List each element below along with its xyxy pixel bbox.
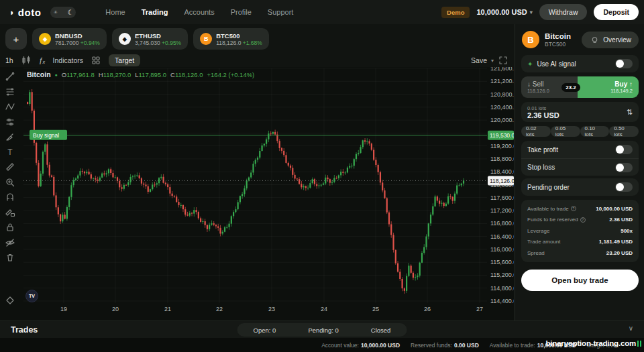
withdraw-button[interactable]: Withdraw xyxy=(539,4,588,20)
trades-tabs: Open: 0 Pending: 0 Closed xyxy=(237,323,407,337)
sun-icon: ☀ xyxy=(53,9,58,15)
asset-symbol: ETHUSD xyxy=(135,32,181,40)
top-nav: ◗ doto ☀ ☾ Home Trading Accounts Profile… xyxy=(0,0,644,24)
tradingview-logo[interactable]: TV xyxy=(25,290,38,302)
fullscreen-icon[interactable] xyxy=(498,55,508,66)
account-balance-dropdown[interactable]: 10,000.00 USD ▾ xyxy=(476,8,532,16)
sell-arrow-icon: ↓ xyxy=(527,80,531,88)
buy-button[interactable]: Buy ↑ 118,149.2 xyxy=(578,76,639,98)
asset-tab-ethusd[interactable]: ◆ ETHUSD 3,745.030 +0.95% xyxy=(112,28,188,50)
fib-lines-icon[interactable] xyxy=(5,86,15,97)
nav-profile[interactable]: Profile xyxy=(231,8,252,16)
ai-sparkle-icon: ✦ xyxy=(527,60,533,68)
info-icon[interactable]: ? xyxy=(580,217,586,223)
remove-all-icon[interactable] xyxy=(5,252,15,263)
object-tree-icon[interactable] xyxy=(5,295,15,306)
drawing-toolbar: T xyxy=(0,71,20,263)
svg-text:20: 20 xyxy=(112,306,119,312)
layout-grid-icon[interactable] xyxy=(91,55,101,66)
svg-text:19: 19 xyxy=(60,306,67,312)
zoom-in-icon[interactable] xyxy=(5,177,15,188)
svg-text:117,600.0: 117,600.0 xyxy=(490,194,514,201)
open-buy-trade-button[interactable]: Open buy trade xyxy=(521,270,639,291)
nav-home[interactable]: Home xyxy=(105,8,125,16)
chart-legend: Bitcoin ● O117,961.8 H118,270.0 L117,895… xyxy=(27,70,254,78)
asset-tabs: + ◆ BNBUSD 781.7000 +0.94% ◆ ETHUSD 3,74… xyxy=(5,28,269,50)
nav-trading[interactable]: Trading xyxy=(142,8,168,16)
svg-text:116,000.0: 116,000.0 xyxy=(490,246,514,253)
trades-title[interactable]: Trades xyxy=(11,325,38,335)
app-logo[interactable]: ◗ doto xyxy=(9,7,41,18)
brush-icon[interactable] xyxy=(5,131,15,142)
moon-icon: ☾ xyxy=(67,9,73,16)
ai-signal-card: ✦ Use AI signal xyxy=(521,55,639,72)
ai-signal-toggle[interactable] xyxy=(615,59,633,68)
legend-symbol[interactable]: Bitcoin xyxy=(27,70,51,78)
tab-closed[interactable]: Closed xyxy=(355,327,407,334)
indicators-button[interactable]: Indicators xyxy=(53,56,84,64)
asset-tab-bnbusd[interactable]: ◆ BNBUSD 781.7000 +0.94% xyxy=(32,28,107,50)
asset-symbol: BTC500 xyxy=(216,32,262,40)
svg-text:26: 26 xyxy=(424,306,431,312)
magnet-icon[interactable] xyxy=(5,192,15,202)
pending-order-card: Pending order xyxy=(521,178,639,196)
swap-units-icon[interactable]: ⇅ xyxy=(627,108,633,117)
save-chevron-icon[interactable]: ▾ xyxy=(491,58,494,64)
forecast-icon[interactable] xyxy=(5,117,15,127)
watermark-logo-icon xyxy=(637,341,642,347)
reserved-funds: Reserved funds:0.00 USD xyxy=(411,342,479,349)
svg-text:115,600.0: 115,600.0 xyxy=(490,259,514,266)
lot-size-input[interactable]: 0.01 lots 2.36 USD ⇅ xyxy=(521,102,639,122)
svg-text:25: 25 xyxy=(372,306,379,312)
svg-text:121,600.0: 121,600.0 xyxy=(490,67,514,72)
svg-text:23: 23 xyxy=(268,306,275,312)
text-tool-icon[interactable]: T xyxy=(5,147,15,158)
collapse-chevron-icon[interactable]: ∨ xyxy=(629,325,633,332)
trend-line-icon[interactable] xyxy=(5,71,15,82)
pending-order-toggle[interactable] xyxy=(615,182,633,192)
xabcd-pattern-icon[interactable] xyxy=(5,101,15,112)
take-profit-toggle[interactable] xyxy=(615,145,633,154)
lock-all-icon[interactable] xyxy=(5,222,15,233)
info-icon[interactable]: ? xyxy=(571,206,576,211)
add-asset-button[interactable]: + xyxy=(5,28,27,50)
stop-loss-toggle[interactable] xyxy=(615,163,633,172)
buy-arrow-icon: ↑ xyxy=(629,80,633,88)
svg-text:119,530.0: 119,530.0 xyxy=(490,132,514,139)
asset-price: 118,126.0 +1.68% xyxy=(216,40,262,46)
candlestick-chart[interactable]: 121,600.0121,200.0120,800.0120,400.0120,… xyxy=(0,67,514,320)
bnb-icon: ◆ xyxy=(39,33,51,45)
tab-open[interactable]: Open: 0 xyxy=(237,327,292,334)
lot-preset-050[interactable]: 0.50 lots xyxy=(609,126,639,137)
asset-tab-btc500[interactable]: B BTC500 118,126.0 +1.68% xyxy=(193,28,269,50)
theme-toggle[interactable]: ☀ ☾ xyxy=(50,7,76,18)
target-button[interactable]: Target xyxy=(109,54,140,66)
hide-all-icon[interactable] xyxy=(5,237,15,248)
nav-support[interactable]: Support xyxy=(268,8,294,16)
overview-button[interactable]: Overview xyxy=(582,32,639,48)
save-button[interactable]: Save xyxy=(471,56,487,64)
drawing-lock-icon[interactable] xyxy=(5,207,15,218)
svg-text:117,200.0: 117,200.0 xyxy=(490,207,514,214)
fx-icon[interactable]: ƒₓ xyxy=(39,56,46,64)
ruler-icon[interactable] xyxy=(5,162,15,172)
svg-text:118,800.0: 118,800.0 xyxy=(490,156,514,162)
timeframe-button[interactable]: 1h xyxy=(5,56,13,64)
balance-value: 10,000.00 USD xyxy=(476,8,527,16)
instrument-name: Bitcoin xyxy=(545,32,571,41)
nav-accounts[interactable]: Accounts xyxy=(184,8,214,16)
svg-text:24: 24 xyxy=(321,306,327,312)
legend-change: +164.2 (+0.14%) xyxy=(207,71,255,78)
lot-preset-005[interactable]: 0.05 lots xyxy=(551,126,580,137)
svg-text:119,200.0: 119,200.0 xyxy=(490,143,514,150)
deposit-button[interactable]: Deposit xyxy=(594,4,639,20)
tab-pending[interactable]: Pending: 0 xyxy=(292,327,354,334)
trades-section: Trades Open: 0 Pending: 0 Closed ∨ xyxy=(0,320,644,338)
svg-text:22: 22 xyxy=(216,306,223,312)
lot-preset-002[interactable]: 0.02 lots xyxy=(521,126,551,137)
pending-order-label: Pending order xyxy=(527,184,570,191)
candle-style-icon[interactable] xyxy=(21,55,32,66)
instrument-code: BTC500 xyxy=(545,41,571,48)
lot-preset-010[interactable]: 0.10 lots xyxy=(580,126,610,137)
asset-symbol: BNBUSD xyxy=(55,32,100,40)
